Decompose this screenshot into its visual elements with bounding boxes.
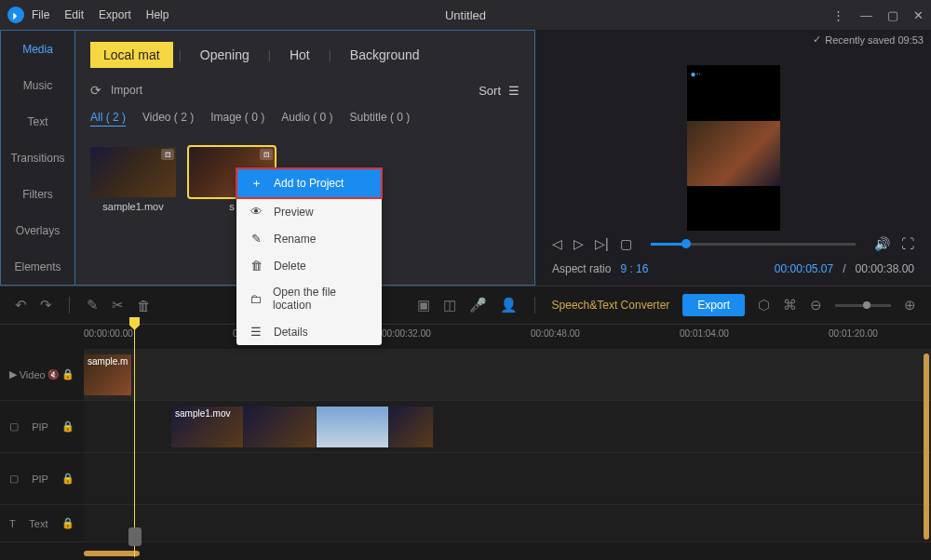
left-sidebar: Media Music Text Transitions Filters Ove… [0, 30, 74, 286]
sort-button[interactable]: Sort [479, 84, 501, 98]
sidebar-item-media[interactable]: Media [1, 31, 74, 67]
edit-icon[interactable]: ✎ [87, 297, 99, 313]
zoom-out-icon[interactable]: ⊖ [810, 297, 822, 313]
pencil-icon: ✎ [250, 232, 263, 246]
ctx-rename[interactable]: ✎Rename [236, 225, 382, 252]
type-filters: All ( 2 ) Video ( 2 ) Image ( 0 ) Audio … [75, 101, 534, 136]
shield-icon[interactable]: ⬡ [758, 297, 770, 313]
person-icon[interactable]: 👤 [500, 297, 518, 313]
zoom-slider[interactable] [835, 304, 891, 307]
menu-edit[interactable]: Edit [64, 8, 84, 21]
sidebar-item-text[interactable]: Text [1, 103, 74, 140]
ctx-open-location[interactable]: 🗀Open the file location [236, 279, 382, 318]
play-icon[interactable]: ▷ [573, 236, 584, 251]
sidebar-item-overlays[interactable]: Overlays [1, 212, 74, 248]
main-area: Media Music Text Transitions Filters Ove… [0, 30, 931, 286]
ctx-add-to-project[interactable]: ＋Add to Project [236, 168, 382, 198]
track-video: ▶ Video 🔇 🔒 sample.m [0, 349, 931, 401]
import-button[interactable]: Import [111, 84, 142, 97]
menu-file[interactable]: File [32, 8, 49, 21]
filter-all[interactable]: All ( 2 ) [90, 111, 126, 127]
filter-image[interactable]: Image ( 0 ) [210, 111, 264, 127]
tab-background[interactable]: Background [337, 42, 433, 68]
menu-export[interactable]: Export [99, 8, 131, 21]
track-body[interactable]: sample1.mov [84, 401, 931, 452]
lock-icon[interactable]: 🔒 [61, 473, 74, 485]
trash-icon[interactable]: 🗑 [137, 298, 151, 313]
playhead-handle[interactable] [128, 527, 142, 546]
filter-subtitle[interactable]: Subtitle ( 0 ) [350, 111, 411, 127]
app-logo-icon: ⏵ [7, 7, 24, 23]
redo-icon[interactable]: ↷ [40, 297, 52, 313]
tab-local[interactable]: Local mat [90, 42, 173, 68]
sidebar-item-filters[interactable]: Filters [1, 176, 74, 212]
speech-text-link[interactable]: Speech&Text Converter [552, 299, 670, 312]
tab-separator: | [329, 48, 331, 61]
preview-indicator-icon: ●∙∙ [691, 69, 702, 79]
track-label: Video [20, 369, 46, 380]
mute-icon[interactable]: 🔇 [47, 369, 59, 380]
ruler-tick: 00:01:20.00 [829, 328, 878, 339]
tab-separator: | [179, 48, 182, 61]
folder-icon: 🗀 [250, 292, 262, 306]
text-track-icon: T [9, 518, 16, 529]
trash-icon: 🗑 [250, 259, 263, 273]
more-icon[interactable]: ⋮ [832, 8, 845, 22]
timeline-ruler[interactable]: 00:00:00.00 00:00:16.00 00:00:32.00 00:0… [0, 325, 931, 349]
export-button[interactable]: Export [682, 294, 745, 316]
clip[interactable]: sample.m [84, 354, 132, 395]
import-icon[interactable]: ⟳ [90, 83, 101, 98]
track-body[interactable]: sample.m [84, 349, 931, 400]
minimize-icon[interactable]: ― [860, 8, 872, 22]
preview-viewport[interactable]: ●∙∙ [687, 65, 780, 231]
stop-icon[interactable]: ▢ [620, 236, 632, 251]
sort-icon[interactable]: ☰ [508, 84, 519, 98]
tab-hot[interactable]: Hot [277, 42, 323, 68]
fullscreen-icon[interactable]: ⛶ [901, 236, 914, 251]
menu-help[interactable]: Help [146, 8, 169, 21]
clip-name: sample1.mov [175, 408, 230, 419]
next-frame-icon[interactable]: ▷| [595, 236, 609, 251]
pip-track-icon: ▢ [9, 420, 19, 433]
sidebar-item-transitions[interactable]: Transitions [1, 140, 74, 176]
volume-icon[interactable]: 🔊 [874, 236, 890, 251]
seek-slider[interactable] [651, 243, 856, 246]
playhead[interactable] [134, 325, 135, 557]
mic-icon[interactable]: 🎤 [469, 297, 487, 313]
aspect-value[interactable]: 9 : 16 [620, 262, 648, 275]
aspect-label: Aspect ratio [552, 262, 611, 275]
prev-frame-icon[interactable]: ◁ [552, 236, 562, 251]
crop-icon[interactable]: ▣ [417, 297, 430, 313]
ctx-delete[interactable]: 🗑Delete [236, 252, 382, 279]
window-controls: ⋮ ― ▢ ✕ [832, 8, 924, 22]
close-icon[interactable]: ✕ [913, 8, 924, 22]
lock-icon[interactable]: 🔒 [61, 368, 74, 380]
ctx-details[interactable]: ☰Details [236, 318, 382, 345]
sidebar-item-elements[interactable]: Elements [1, 248, 74, 285]
split-icon[interactable]: ◫ [443, 297, 456, 313]
track-body[interactable] [84, 505, 931, 541]
link-icon[interactable]: ⌘ [783, 297, 797, 313]
horizontal-scrollbar[interactable] [84, 551, 140, 556]
timeline-toolbar: ↶ ↷ ✎ ✂ 🗑 ▣ ◫ 🎤 👤 Speech&Text Converter … [0, 286, 931, 325]
thumbnail-image: ⊡ [90, 147, 176, 197]
filter-video[interactable]: Video ( 2 ) [142, 111, 194, 127]
ctx-preview[interactable]: 👁Preview [236, 198, 382, 225]
maximize-icon[interactable]: ▢ [887, 8, 898, 22]
preview-info: Aspect ratio 9 : 16 00:00:05.07 / 00:00:… [535, 262, 931, 275]
thumbnail-name: sample1.mov [90, 201, 176, 212]
zoom-in-icon[interactable]: ⊕ [904, 297, 916, 313]
undo-icon[interactable]: ↶ [15, 297, 27, 313]
clip[interactable]: sample1.mov [171, 407, 434, 447]
tab-opening[interactable]: Opening [187, 42, 263, 68]
track-pip-2: ▢ PIP 🔒 [0, 453, 931, 505]
media-item[interactable]: ⊡ sample1.mov [90, 147, 176, 212]
track-body[interactable] [84, 453, 931, 504]
cut-icon[interactable]: ✂ [112, 297, 124, 313]
lock-icon[interactable]: 🔒 [61, 517, 74, 529]
vertical-scrollbar[interactable] [924, 353, 929, 540]
sidebar-item-music[interactable]: Music [1, 67, 74, 103]
save-status: ✓ Recently saved 09:53 [813, 33, 924, 46]
filter-audio[interactable]: Audio ( 0 ) [281, 111, 332, 127]
lock-icon[interactable]: 🔒 [61, 420, 74, 433]
